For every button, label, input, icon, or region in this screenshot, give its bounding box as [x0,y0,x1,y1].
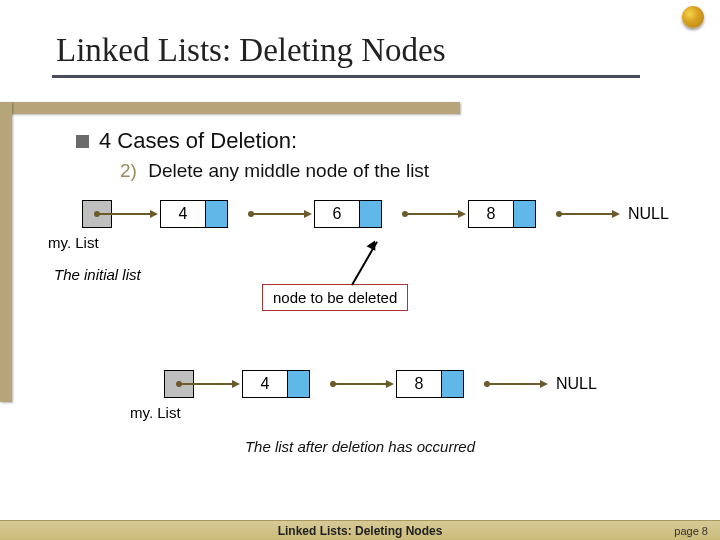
node-value: 6 [315,201,359,227]
node-pointer [359,201,381,227]
node-pointer [287,371,309,397]
accent-bar-vertical [0,102,12,402]
node-value: 4 [243,371,287,397]
bullet-line: 4 Cases of Deletion: [76,128,297,154]
arrow-head-icon [232,380,240,388]
node-pointer [205,201,227,227]
before-caption: The initial list [54,266,141,283]
accent-bar-horizontal [0,102,460,114]
before-head-label: my. List [48,234,99,251]
arrow-head-icon [304,210,312,218]
arrow-shaft [98,213,152,215]
bullet-square-icon [76,135,89,148]
node-pointer [513,201,535,227]
title-underline [52,75,640,78]
before-node-2: 6 [314,200,382,228]
after-null-label: NULL [556,375,597,393]
node-value: 4 [161,201,205,227]
node-pointer [441,371,463,397]
page-number: page 8 [674,525,708,537]
before-null-label: NULL [628,205,669,223]
delete-callout: node to be deleted [262,284,408,311]
arrow-head-icon [386,380,394,388]
arrow-shaft [252,213,306,215]
arrow-shaft [180,383,234,385]
after-head-label: my. List [130,404,181,421]
arrow-head-icon [458,210,466,218]
before-node-1: 4 [160,200,228,228]
arrow-shaft [560,213,614,215]
arrow-head-icon [612,210,620,218]
after-node-1: 4 [242,370,310,398]
arrow-shaft [406,213,460,215]
after-caption: The list after deletion has occurred [0,438,720,455]
callout-arrow-head-icon [367,238,380,251]
before-node-3: 8 [468,200,536,228]
arrow-shaft [488,383,542,385]
page-title: Linked Lists: Deleting Nodes [56,32,446,69]
sub-bullet-line: 2) Delete any middle node of the list [120,160,429,182]
sub-bullet-number: 2) [120,160,137,181]
bullet-text: 4 Cases of Deletion: [99,128,297,154]
arrow-head-icon [150,210,158,218]
footer-center-text: Linked Lists: Deleting Nodes [278,524,443,538]
node-value: 8 [397,371,441,397]
sub-bullet-text: Delete any middle node of the list [148,160,429,181]
institution-logo [682,6,704,28]
footer-bar: Linked Lists: Deleting Nodes [0,520,720,540]
after-node-2: 8 [396,370,464,398]
node-value: 8 [469,201,513,227]
arrow-head-icon [540,380,548,388]
arrow-shaft [334,383,388,385]
